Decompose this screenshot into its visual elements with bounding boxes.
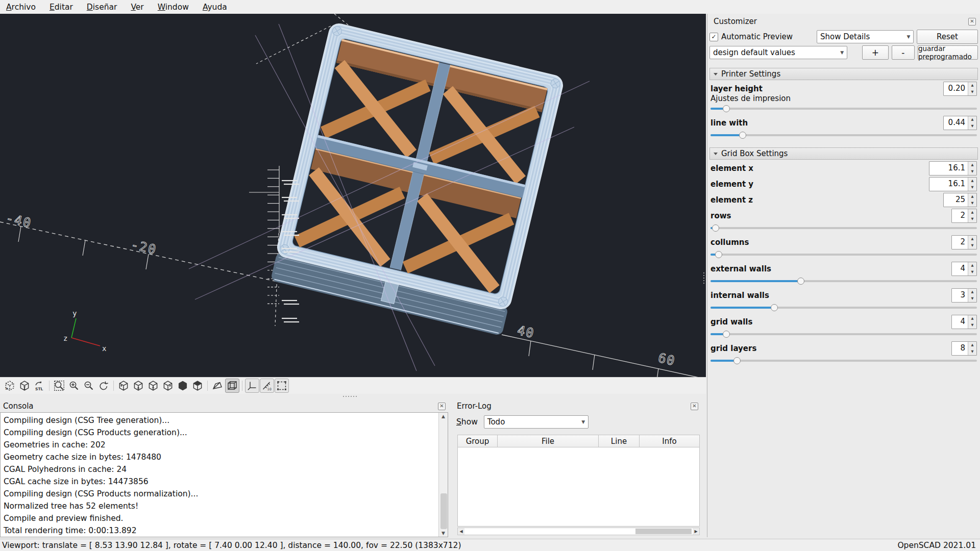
spin-down-icon[interactable]: ▼: [968, 269, 976, 276]
menu-item-ver[interactable]: Ver: [131, 3, 143, 12]
show-scale-markers-button[interactable]: 10: [260, 379, 274, 393]
errorlog-column-file[interactable]: File: [498, 435, 599, 447]
element-z-spinbox[interactable]: 25▲▼: [943, 193, 977, 207]
view-perspective-button[interactable]: [210, 379, 225, 393]
export-stl-button[interactable]: STL: [32, 379, 46, 393]
errorlog-column-info[interactable]: Info: [640, 435, 700, 447]
slider-handle[interactable]: [723, 105, 730, 112]
zoom-in-button[interactable]: [67, 379, 81, 393]
render-preview-button[interactable]: »: [3, 379, 17, 393]
console-scrollbar-thumb[interactable]: [440, 493, 447, 529]
zoom-all-button[interactable]: [52, 379, 66, 393]
line-with-slider[interactable]: [710, 131, 977, 139]
errorlog-close-icon[interactable]: ✕: [691, 403, 698, 410]
scroll-right-icon[interactable]: ▶: [693, 528, 699, 535]
collumns-slider[interactable]: [710, 251, 977, 259]
console-output[interactable]: Compiling design (CSG Tree generation)..…: [0, 412, 448, 537]
internal-walls-spinbox[interactable]: 3▲▼: [951, 288, 977, 303]
menu-item-archivo[interactable]: Archivo: [6, 3, 36, 12]
spin-down-icon[interactable]: ▼: [968, 123, 976, 130]
section-header-printer-settings[interactable]: Printer Settings: [709, 68, 978, 80]
reset-view-button[interactable]: [96, 379, 111, 393]
slider-handle[interactable]: [715, 251, 722, 258]
menu-item-window[interactable]: Window: [158, 3, 189, 12]
spin-down-icon[interactable]: ▼: [968, 295, 976, 302]
slider-handle[interactable]: [771, 304, 778, 311]
internal-walls-slider[interactable]: [710, 304, 977, 312]
view-orthogonal-button[interactable]: [225, 379, 239, 393]
spin-up-icon[interactable]: ▲: [968, 193, 976, 200]
spin-up-icon[interactable]: ▲: [968, 236, 976, 242]
line-with-spinbox[interactable]: 0.44▲▼: [943, 116, 977, 130]
slider-handle[interactable]: [797, 278, 804, 285]
spin-up-icon[interactable]: ▲: [968, 82, 976, 89]
show-details-combo[interactable]: Show Details ▼: [817, 30, 914, 43]
menu-item-diseñar[interactable]: Diseñar: [87, 3, 117, 12]
element-x-spinbox[interactable]: 16.1▲▼: [929, 161, 977, 176]
save-preset-button[interactable]: guardar preprogramado: [918, 45, 978, 60]
rows-spinbox[interactable]: 2▲▼: [951, 209, 977, 223]
menu-item-editar[interactable]: Editar: [50, 3, 73, 12]
spin-down-icon[interactable]: ▼: [968, 322, 976, 329]
errorlog-hscrollbar[interactable]: ◀ ▶: [457, 528, 700, 535]
scroll-up-icon[interactable]: ▲: [442, 413, 445, 420]
view-back-button[interactable]: [176, 379, 190, 393]
spin-up-icon[interactable]: ▲: [968, 289, 976, 295]
external-walls-slider[interactable]: [710, 277, 977, 285]
view-right-button[interactable]: [161, 379, 175, 393]
spin-down-icon[interactable]: ▼: [968, 184, 976, 191]
spin-up-icon[interactable]: ▲: [968, 116, 976, 123]
spin-down-icon[interactable]: ▼: [968, 348, 976, 355]
view-front-button[interactable]: [131, 379, 145, 393]
errorlog-column-group[interactable]: Group: [457, 435, 498, 447]
slider-handle[interactable]: [739, 132, 746, 139]
slider-handle[interactable]: [733, 357, 741, 364]
spin-up-icon[interactable]: ▲: [968, 162, 976, 168]
rows-slider[interactable]: [710, 224, 977, 232]
horizontal-splitter-handle[interactable]: [343, 396, 357, 397]
3d-viewport[interactable]: -40 -20 40 60: [0, 14, 706, 377]
remove-preset-button[interactable]: -: [892, 45, 915, 60]
spin-down-icon[interactable]: ▼: [968, 200, 976, 207]
errorlog-filter-combo[interactable]: Todo ▼: [484, 415, 589, 429]
errorlog-table[interactable]: GroupFileLineInfo: [457, 435, 700, 527]
layer-height-slider[interactable]: [710, 105, 977, 113]
errorlog-column-line[interactable]: Line: [599, 435, 640, 447]
view-diagonal-button[interactable]: [190, 379, 205, 393]
grid-layers-spinbox[interactable]: 8▲▼: [951, 341, 977, 356]
spin-up-icon[interactable]: ▲: [968, 315, 976, 322]
slider-handle[interactable]: [712, 224, 719, 232]
scroll-down-icon[interactable]: ▼: [442, 530, 445, 537]
spin-up-icon[interactable]: ▲: [968, 342, 976, 348]
menu-item-ayuda[interactable]: Ayuda: [203, 3, 227, 12]
zoom-out-button[interactable]: [82, 379, 96, 393]
grid-layers-slider[interactable]: [710, 357, 977, 365]
show-axes-button[interactable]: [245, 379, 259, 393]
element-y-spinbox[interactable]: 16.1▲▼: [929, 177, 977, 191]
view-left-button[interactable]: [116, 379, 131, 393]
spin-down-icon[interactable]: ▼: [968, 216, 976, 222]
spin-up-icon[interactable]: ▲: [968, 178, 976, 184]
scroll-left-icon[interactable]: ◀: [458, 528, 464, 535]
slider-handle[interactable]: [723, 331, 730, 338]
layer-height-spinbox[interactable]: 0.20▲▼: [943, 82, 977, 96]
spin-down-icon[interactable]: ▼: [968, 89, 976, 95]
grid-walls-slider[interactable]: [710, 330, 977, 338]
spin-down-icon[interactable]: ▼: [968, 242, 976, 249]
external-walls-spinbox[interactable]: 4▲▼: [951, 262, 977, 276]
console-close-icon[interactable]: ✕: [438, 403, 446, 410]
spin-up-icon[interactable]: ▲: [968, 209, 976, 216]
vertical-splitter-handle[interactable]: [703, 272, 704, 284]
grid-walls-spinbox[interactable]: 4▲▼: [951, 315, 977, 329]
collumns-spinbox[interactable]: 2▲▼: [951, 235, 977, 249]
automatic-preview-checkbox[interactable]: ✓: [709, 33, 718, 41]
spin-down-icon[interactable]: ▼: [968, 168, 976, 175]
customizer-close-icon[interactable]: ✕: [968, 18, 976, 26]
render-button[interactable]: [17, 379, 32, 393]
view-top-button[interactable]: [146, 379, 160, 393]
spin-up-icon[interactable]: ▲: [968, 262, 976, 269]
show-edges-button[interactable]: [275, 379, 289, 393]
section-header-grid-box-settings[interactable]: Grid Box Settings: [709, 147, 978, 160]
add-preset-button[interactable]: +: [862, 45, 888, 60]
reset-button[interactable]: Reset: [917, 30, 978, 44]
